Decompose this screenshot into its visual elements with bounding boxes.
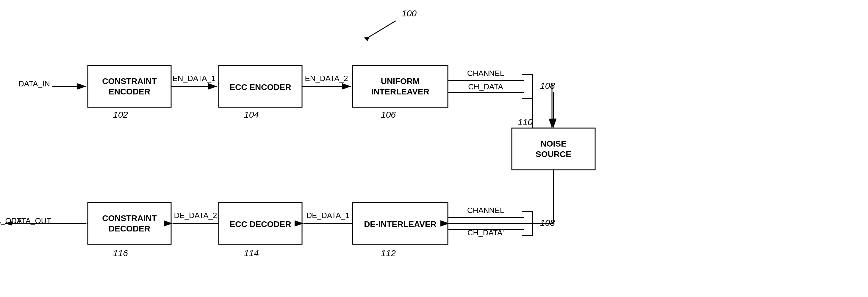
data-in-label: DATA_IN	[19, 79, 50, 88]
uniform-interleaver-label: UNIFORM	[381, 77, 420, 86]
ch-data-prime-label: CH_DATA'	[467, 228, 504, 237]
en-data-2-label: EN_DATA_2	[305, 74, 348, 83]
en-data-1-label: EN_DATA_1	[173, 74, 216, 83]
noise-source-block	[512, 128, 595, 170]
constraint-decoder-label2: DECODER	[108, 224, 150, 233]
de-data-1-label: DE_DATA_1	[307, 211, 350, 220]
de-data-2-label: DE_DATA_2	[174, 211, 217, 220]
noise-source-label2: SOURCE	[536, 150, 571, 159]
svg-line-2	[366, 21, 396, 39]
diagram-container: 100 DATA_IN CONSTRAINT ENCODER 102 EN_DA…	[0, 0, 868, 297]
noise-source-label: NOISE	[540, 139, 566, 148]
constraint-encoder-block	[88, 65, 171, 107]
constraint-decoder-label: CONSTRAINT	[102, 214, 157, 223]
ref-110: 110	[518, 117, 533, 127]
ref-116: 116	[113, 248, 128, 258]
uniform-interleaver-label2: INTERLEAVER	[371, 87, 429, 96]
constraint-decoder-block	[88, 202, 171, 244]
ref-108-bot: 108	[540, 218, 555, 227]
channel-label-top: CHANNEL	[467, 69, 504, 78]
constraint-encoder-label: CONSTRAINT	[102, 77, 157, 86]
ref-112: 112	[381, 248, 396, 258]
ref-106: 106	[381, 110, 396, 119]
ecc-decoder-label: ECC DECODER	[230, 220, 291, 229]
ref-102: 102	[113, 110, 128, 119]
ref-104: 104	[244, 110, 259, 119]
channel-label-bot: CHANNEL	[467, 206, 504, 215]
de-interleaver-label: DE-INTERLEAVER	[364, 220, 437, 229]
data-out-label2: DATA_OUT	[0, 216, 22, 225]
ch-data-label-top: CH_DATA	[468, 82, 503, 91]
constraint-encoder-label2: ENCODER	[108, 87, 150, 96]
svg-marker-3	[364, 37, 370, 41]
ref-114: 114	[244, 248, 259, 258]
ecc-encoder-label: ECC ENCODER	[230, 82, 291, 92]
ref-108-top: 108	[540, 81, 555, 90]
ref-100: 100	[402, 8, 416, 18]
uniform-interleaver-block	[352, 65, 448, 107]
